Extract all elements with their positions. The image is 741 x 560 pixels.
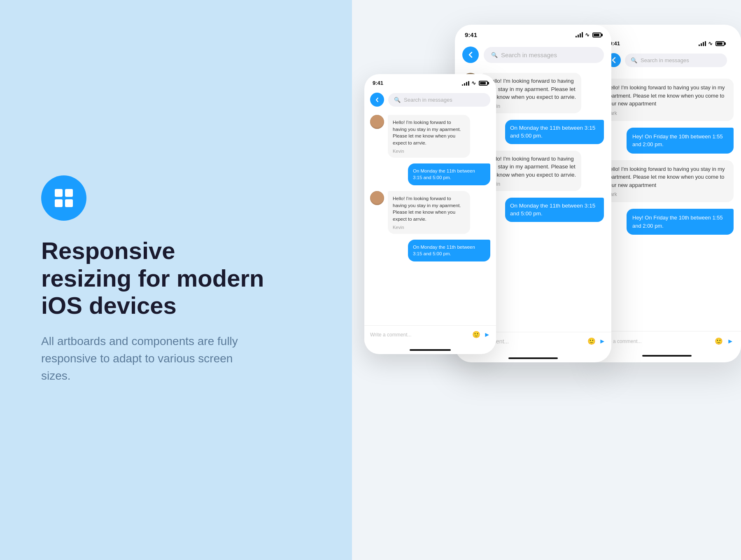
status-bar-chat: 9:41 ∿ [601,35,733,50]
emoji-icon-small[interactable]: 🙂 [472,331,480,338]
home-indicator-small [410,349,451,351]
msg-large-bubble-received-1: Hello! I'm looking forward to having you… [482,73,581,113]
chat-panel-large: 9:41 ∿ [593,25,741,362]
msg-sender-2: Kevin [393,225,465,230]
battery-icon-small [479,81,488,86]
status-icons-small: ∿ [462,80,488,86]
msg-sender-1: Kevin [393,149,465,154]
search-bar-row: 🔍 Search in messages [601,50,733,70]
status-icons: ∿ [699,40,725,47]
msg-large-bubble-sent-2: On Monday the 11th between 3:15 and 5:00… [505,198,604,222]
msg-text-received-2: Hello! I'm looking forward to having you… [393,195,465,223]
logo-circle [41,175,86,221]
main-headline: Responsive resizing for modern iOS devic… [41,237,272,320]
msg-large-text-sent-1: On Monday the 11th between 3:15 and 5:00… [510,124,599,140]
msg-received-1: Hello! I'm looking forward to having you… [370,115,490,158]
search-placeholder-small: Search in messages [404,97,452,103]
status-bar-large: 9:41 ∿ [455,25,611,42]
emoji-icon-large-phone[interactable]: 🙂 [587,337,596,345]
msg-received-2: Hello! I'm looking forward to having you… [370,191,490,234]
msg-large-text-received-2: Hello! I'm looking forward to having you… [487,155,576,179]
message-area-small: Hello! I'm looking forward to having you… [364,110,496,266]
chat-msg-sent-1: Hey! On Friday the 10th between 1:55 and… [627,128,734,154]
msg-large-bubble-received-2: Hello! I'm looking forward to having you… [482,151,581,191]
wifi-icon: ∿ [708,40,713,47]
chat-msg-text-2: Hello! I'm looking forward to having you… [606,165,728,189]
wifi-icon-large: ∿ [585,32,590,38]
search-bar-large: 🔍 Search in messages [455,42,611,67]
signal-bars-large [576,33,583,37]
avatar-1 [370,115,384,129]
home-indicator-chat [642,355,692,357]
status-icons-large: ∿ [576,32,601,38]
search-icon: 🔍 [631,57,637,63]
send-icon-large[interactable]: ► [727,338,734,345]
emoji-icon-large[interactable]: 🙂 [715,337,723,345]
signal-bars-small [462,81,469,86]
comment-input-small[interactable]: Write a comment... [370,332,469,338]
search-input-large[interactable]: 🔍 Search in messages [484,47,604,63]
msg-bubble-sent-2: On Monday the 11th between 3:15 and 5:00… [408,240,490,261]
search-input-small[interactable]: 🔍 Search in messages [388,93,490,107]
status-bar-small: 9:41 ∿ [364,74,496,89]
avatar-2 [370,191,384,205]
time-large: 9:41 [465,31,477,38]
chat-msg-sent-text-2: Hey! On Friday the 10th between 1:55 and… [632,214,728,230]
search-bar-small: 🔍 Search in messages [364,89,496,110]
msg-bubble-received-2: Hello! I'm looking forward to having you… [388,191,470,234]
msg-large-bubble-sent-1: On Monday the 11th between 3:15 and 5:00… [505,120,604,144]
msg-text-sent-1: On Monday the 11th between 3:15 and 5:00… [413,168,485,181]
chat-msg-text-1: Hello! I'm looking forward to having you… [606,84,728,108]
sub-text: All artboards and components are fully r… [41,333,255,385]
search-input-box[interactable]: 🔍 Search in messages [625,54,727,67]
msg-text-received-1: Hello! I'm looking forward to having you… [393,119,465,147]
msg-bubble-sent-1: On Monday the 11th between 3:15 and 5:00… [408,163,490,185]
comment-row-small: Write a comment... 🙂 ► [364,325,496,343]
wifi-icon-small: ∿ [471,80,476,86]
send-icon-large-phone[interactable]: ► [599,338,606,345]
chat-msg-sender-2: Mark [606,191,728,197]
msg-sent-2: On Monday the 11th between 3:15 and 5:00… [370,240,490,261]
search-placeholder-large: Search in messages [501,51,557,58]
comment-input-large[interactable]: Write a comment... [600,338,711,344]
battery-icon [715,41,725,46]
msg-bubble-received-1: Hello! I'm looking forward to having you… [388,115,470,158]
chat-msg-received-2: Hello! I'm looking forward to having you… [600,160,734,203]
search-icon-large: 🔍 [491,52,498,58]
chat-panel-input-row: Write a comment... 🙂 ► [593,331,741,351]
search-placeholder: Search in messages [641,57,689,63]
chat-msg-sent-text-1: Hey! On Friday the 10th between 1:55 and… [632,133,728,149]
phone-small: 9:41 ∿ 🔍 Search in messages [364,74,496,354]
signal-bars-icon [699,41,706,46]
left-panel: Responsive resizing for modern iOS devic… [0,0,352,560]
msg-large-text-sent-2: On Monday the 11th between 3:15 and 5:00… [510,202,599,218]
msg-large-sender-1: Kevin [487,103,576,109]
msg-large-sender-2: Kevin [487,181,576,187]
battery-icon-large [592,33,601,37]
back-button-large[interactable] [462,47,479,63]
right-panel: 9:41 ∿ [352,0,741,560]
back-button-small[interactable] [370,93,384,107]
msg-large-text-received-1: Hello! I'm looking forward to having you… [487,77,576,101]
chat-panel-messages: Hello! I'm looking forward to having you… [593,75,741,331]
home-indicator-large [508,357,558,359]
chat-panel-header: 9:41 ∿ [593,25,741,75]
chat-msg-sent-2: Hey! On Friday the 10th between 1:55 and… [627,209,734,235]
chat-msg-sender-1: Mark [606,110,728,116]
logo-icon [55,189,73,207]
time-small: 9:41 [373,80,383,86]
msg-text-sent-2: On Monday the 11th between 3:15 and 5:00… [413,244,485,257]
chat-msg-received-1: Hello! I'm looking forward to having you… [600,79,734,121]
msg-sent-1: On Monday the 11th between 3:15 and 5:00… [370,163,490,185]
send-icon-small[interactable]: ► [484,331,490,338]
search-icon-small: 🔍 [394,97,401,103]
